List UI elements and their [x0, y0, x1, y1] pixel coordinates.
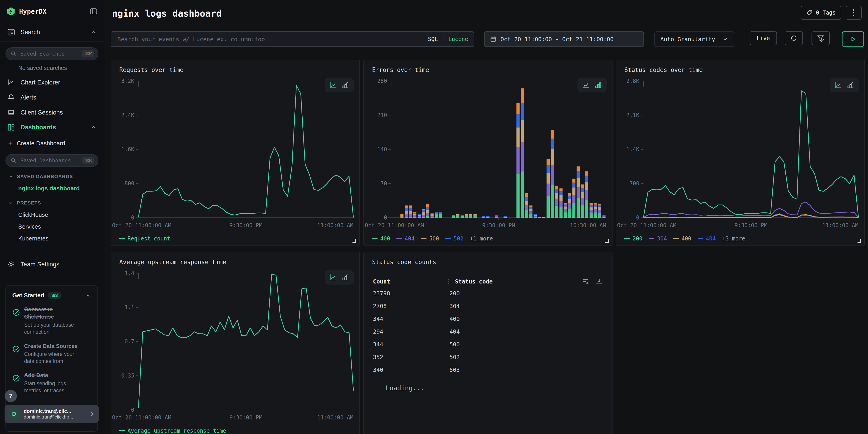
legend-item-average-upstream-response-time[interactable]: Average upstream response time	[119, 428, 226, 434]
legend-item-502[interactable]: 502	[445, 236, 463, 242]
bar-500	[426, 210, 429, 213]
bar-500	[559, 195, 563, 200]
bar-500	[456, 214, 460, 215]
legend-item-400[interactable]: 400	[372, 236, 390, 242]
column-header-status-code[interactable]: Status code	[455, 278, 493, 285]
sidebar-item-client-sessions[interactable]: Client Sessions	[0, 105, 104, 120]
bar-404	[439, 213, 442, 214]
lucene-toggle[interactable]: Lucene	[448, 36, 468, 42]
line-chart-toggle[interactable]	[582, 81, 590, 89]
create-dashboard-button[interactable]: + Create Dashboard	[0, 135, 104, 151]
legend-item-404[interactable]: 404	[396, 236, 414, 242]
bar-chart-toggle[interactable]	[846, 81, 854, 89]
bar-502	[504, 216, 507, 217]
column-resize-handle[interactable]: ⋮	[446, 278, 451, 285]
line-chart-toggle[interactable]	[329, 274, 337, 281]
get-started-item-sources[interactable]: Create Data Sources Configure where your…	[12, 342, 91, 365]
saved-dashboards-input[interactable]: ⌘K	[5, 154, 98, 167]
sql-toggle[interactable]: SQL	[428, 36, 438, 42]
bar-502	[422, 210, 425, 212]
search-section-icon	[7, 28, 15, 36]
bar-400	[504, 217, 507, 218]
time-range-picker[interactable]: Oct 20 11:00:00 - Oct 21 11:00:00	[484, 31, 644, 47]
get-started-item-subtitle: Configure where your data comes from	[24, 351, 84, 365]
sidebar-preset-clickhouse[interactable]: ClickHouse	[0, 209, 104, 221]
user-email: dominic.tran@clickho...	[24, 414, 85, 420]
line-chart-toggle[interactable]	[834, 81, 842, 89]
get-started-item-connect[interactable]: Connect to ClickHouse Set up your databa…	[12, 306, 91, 336]
bar-502	[456, 214, 460, 214]
chevron-up-icon	[90, 124, 97, 130]
filter-button[interactable]	[811, 31, 830, 45]
event-search-box: SQL | Lucene	[111, 31, 474, 47]
sidebar-item-alerts[interactable]: Alerts	[0, 90, 104, 105]
sidebar-preset-services[interactable]: Services	[0, 221, 104, 232]
download-csv-icon[interactable]	[596, 278, 603, 285]
svg-text:Oct 20 11:00:00 AM: Oct 20 11:00:00 AM	[112, 222, 171, 228]
tags-button[interactable]: 0 Tags	[801, 6, 841, 20]
svg-text:Oct 20 11:00:00 AM: Oct 20 11:00:00 AM	[617, 222, 676, 228]
sidebar-item-chart-explorer[interactable]: Chart Explorer	[0, 75, 104, 90]
bar-400	[400, 217, 403, 218]
sidebar-item-team-settings[interactable]: Team Settings	[0, 256, 104, 273]
legend-item-request-count[interactable]: Request count	[119, 236, 170, 242]
saved-searches-field[interactable]	[20, 50, 82, 57]
svg-text:11:00:00 AM: 11:00:00 AM	[317, 222, 353, 228]
get-started-header[interactable]: Get Started 3/3	[12, 292, 91, 299]
refresh-button[interactable]	[785, 31, 803, 45]
panel-resize-handle[interactable]	[858, 239, 861, 243]
bar-400	[405, 217, 408, 218]
legend-item-400[interactable]: 400	[673, 236, 691, 242]
bar-404	[465, 215, 468, 215]
line-chart-toggle[interactable]	[329, 81, 337, 89]
sidebar-collapse-icon[interactable]	[90, 7, 97, 15]
toggle-divider: |	[441, 36, 445, 42]
saved-dashboards-group[interactable]: SAVED DASHBOARDS	[0, 170, 104, 182]
event-search-input[interactable]	[117, 35, 428, 43]
legend-item-304[interactable]: 304	[649, 236, 667, 242]
dashboard-menu-button[interactable]	[846, 6, 862, 20]
panel-resize-handle[interactable]	[605, 239, 609, 243]
svg-text:140: 140	[377, 146, 387, 153]
live-button[interactable]: Live	[750, 31, 777, 45]
get-started-item-subtitle: Set up your database connection	[24, 321, 81, 336]
presets-group[interactable]: PRESETS	[0, 197, 104, 209]
sidebar-item-dashboards[interactable]: Dashboards	[0, 120, 104, 135]
bar-503	[400, 214, 403, 215]
cell-count: 340	[373, 367, 446, 373]
panel-resize-handle[interactable]	[352, 239, 356, 243]
bar-500	[542, 217, 545, 218]
granularity-select[interactable]: Auto Granularity	[654, 31, 734, 47]
nav-label: Chart Explorer	[21, 79, 60, 86]
errors-over-time-chart: 070140210280Oct 20 11:00:00 AM9:30:00 PM…	[364, 76, 612, 229]
bar-503	[417, 214, 421, 214]
sidebar-dashboard-link-nginx[interactable]: nginx logs dashboard	[0, 182, 104, 194]
cell-count: 344	[373, 341, 446, 348]
legend-more-link[interactable]: +3 more	[722, 236, 745, 242]
group-label-text: PRESETS	[17, 200, 41, 206]
sidebar-item-search[interactable]: Search	[0, 23, 104, 42]
bar-404	[521, 142, 524, 172]
bar-500	[439, 213, 442, 213]
saved-dashboards-field[interactable]	[20, 157, 82, 164]
legend-item-500[interactable]: 500	[421, 236, 439, 242]
bar-500	[473, 214, 476, 215]
bar-503	[426, 204, 429, 207]
help-button[interactable]: ?	[5, 390, 17, 402]
sidebar-preset-kubernetes[interactable]: Kubernetes	[0, 232, 104, 244]
svg-text:0.35: 0.35	[121, 373, 134, 379]
autofit-columns-icon[interactable]	[582, 278, 589, 285]
legend-more-link[interactable]: +1 more	[470, 236, 493, 242]
column-header-count[interactable]: Count	[373, 278, 446, 285]
bar-chart-toggle[interactable]	[594, 81, 602, 89]
bar-500	[534, 215, 537, 216]
legend-item-200[interactable]: 200	[624, 236, 642, 242]
bar-chart-toggle[interactable]	[342, 274, 349, 281]
bar-chart-toggle[interactable]	[342, 81, 349, 89]
get-started-item-add-data[interactable]: Add Data Start sending logs, metrics, or…	[12, 372, 91, 394]
bar-503	[439, 212, 442, 212]
saved-searches-input[interactable]: ⌘K	[5, 48, 98, 60]
legend-item-404[interactable]: 404	[698, 236, 716, 242]
user-menu[interactable]: D dominic.tran@clic... dominic.tran@clic…	[5, 405, 99, 423]
run-query-button[interactable]	[842, 31, 864, 47]
